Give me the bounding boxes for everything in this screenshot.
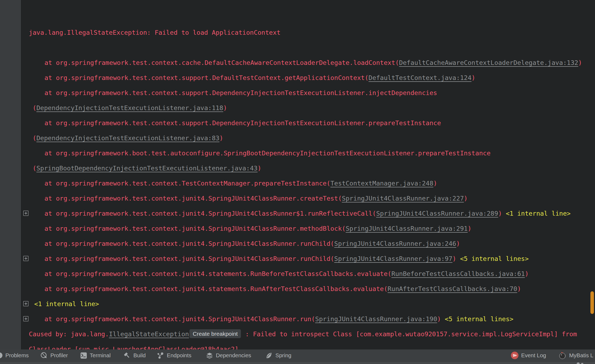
toolbar-tab-dependencies[interactable]: Dependencies — [206, 349, 251, 361]
toolbar-tab-label: Endpoints — [167, 352, 191, 359]
console-line: at org.springframework.test.context.juni… — [29, 251, 595, 266]
mybatis-icon — [558, 351, 566, 359]
stack-trace-text: ) — [219, 134, 223, 142]
toolbar-tab-label: Event Log — [521, 352, 546, 359]
stack-trace-text: at org.springframework.test.context.juni… — [44, 195, 342, 202]
stack-trace-link[interactable]: SpringJUnit4ClassRunner.java:190 — [315, 315, 437, 323]
build-icon — [123, 352, 131, 359]
console-line: at org.springframework.test.context.Test… — [29, 176, 595, 191]
stack-trace-text: ) — [578, 59, 582, 66]
stack-trace-text: at org.springframework.boot.test.autocon… — [44, 149, 490, 157]
stack-trace-text: at org.springframework.test.context.supp… — [44, 89, 437, 97]
stack-trace-link[interactable]: DefaultCacheAwareContextLoaderDelegate.j… — [399, 59, 578, 66]
console-line: at org.springframework.test.context.cach… — [29, 55, 595, 70]
fold-expand-icon[interactable] — [23, 316, 29, 321]
endpoints-icon — [157, 352, 164, 359]
console-line: at org.springframework.test.context.supp… — [29, 116, 595, 131]
stack-trace-text: at org.springframework.test.context.juni… — [44, 210, 376, 217]
run-console-output: java.lang.IllegalStateException: Failed … — [22, 0, 595, 349]
spring-icon — [265, 352, 273, 359]
console-line — [29, 40, 595, 55]
stack-trace-link[interactable]: RunBeforeTestClassCallbacks.java:61 — [392, 270, 525, 278]
event-log-count-badge: 9+ — [511, 352, 518, 359]
toolbar-tab-endpoints[interactable]: Endpoints — [157, 349, 191, 361]
stack-trace-text: ) — [452, 255, 456, 262]
stack-trace-text: at org.springframework.test.context.juni… — [44, 240, 334, 247]
toolbar-tab-label: Spring — [275, 352, 291, 359]
folded-lines-hint[interactable]: <1 internal line> — [34, 300, 99, 308]
problems-icon — [0, 352, 3, 359]
stack-trace-text: at org.springframework.test.context.juni… — [44, 315, 315, 323]
scrollbar-error-stripe-marker[interactable] — [590, 291, 594, 314]
stack-trace-text: at org.springframework.test.context.juni… — [44, 255, 334, 262]
stack-trace-link[interactable]: TestContextManager.java:248 — [330, 180, 433, 187]
console-line: (SpringBootDependencyInjectionTestExecut… — [29, 161, 595, 176]
stack-trace-text: ) — [468, 225, 471, 232]
stack-trace-link[interactable]: DependencyInjectionTestExecutionListener… — [36, 134, 219, 142]
tool-window-gutter — [0, 0, 22, 349]
stack-trace-text: ) — [258, 164, 261, 172]
stack-trace-text: at org.springframework.test.context.juni… — [44, 225, 346, 232]
stack-trace-text: ) — [498, 210, 502, 217]
folded-lines-hint[interactable]: <1 internal line> — [502, 210, 571, 217]
stack-trace-link[interactable]: SpringJUnit4ClassRunner.java:289 — [376, 210, 498, 217]
stack-trace-text: at org.springframework.test.context.juni… — [44, 285, 388, 293]
toolbar-tab-profiler[interactable]: Profiler — [40, 349, 68, 361]
toolbar-tab-label: Terminal — [90, 352, 110, 359]
toolbar-tab-problems[interactable]: Problems — [0, 349, 29, 361]
stack-trace-link[interactable]: SpringJUnit4ClassRunner.java:291 — [346, 225, 468, 232]
folded-lines-hint[interactable]: <5 internal lines> — [441, 315, 513, 323]
toolbar-tab-build[interactable]: Build — [123, 349, 146, 361]
stack-trace-link[interactable]: IllegalStateException — [109, 330, 189, 338]
console-line: at org.springframework.test.context.juni… — [29, 236, 595, 251]
fold-expand-icon[interactable] — [23, 301, 29, 306]
stack-trace-text: ( — [33, 104, 36, 112]
stack-trace-text: ) — [456, 240, 460, 247]
console-line: java.lang.IllegalStateException: Failed … — [29, 25, 595, 40]
stack-trace-text: Caused by: java.lang. — [29, 330, 109, 338]
status-bar-icon-dot — [577, 362, 580, 364]
create-breakpoint-hint[interactable]: Create breakpoint — [189, 329, 241, 338]
status-bar-icon-dot — [581, 363, 583, 364]
fold-expand-icon[interactable] — [23, 256, 29, 261]
stack-trace-text: ClassLoader [sun.misc.Launcher$AppClassL… — [29, 345, 238, 349]
stack-trace-text: at org.springframework.test.context.Test… — [44, 180, 330, 187]
stack-trace-text: ( — [33, 134, 36, 142]
tool-window-bar: ProblemsProfilerTerminalBuildEndpointsDe… — [0, 349, 595, 361]
fold-expand-icon[interactable] — [23, 211, 29, 216]
stack-trace-link[interactable]: SpringJUnit4ClassRunner.java:227 — [342, 195, 464, 202]
stack-trace-text: ) — [464, 195, 468, 202]
stack-trace-text: at org.springframework.test.context.supp… — [44, 119, 441, 127]
toolbar-tab-spring[interactable]: Spring — [265, 349, 291, 361]
console-line: at org.springframework.test.context.juni… — [29, 266, 595, 281]
terminal-icon — [80, 352, 87, 359]
stack-trace-text: ) — [517, 285, 521, 293]
stack-trace-text: at org.springframework.test.context.cach… — [44, 59, 399, 66]
console-line: <1 internal line> — [29, 296, 595, 312]
console-line: at org.springframework.test.context.juni… — [29, 221, 595, 236]
toolbar-tab-label: Build — [133, 352, 146, 359]
console-line: at org.springframework.test.context.juni… — [29, 312, 595, 327]
stack-trace-text: ) — [525, 270, 529, 278]
stack-trace-link[interactable]: RunAfterTestClassCallbacks.java:70 — [388, 285, 517, 293]
stack-trace-text: : Failed to introspect Class [com.exampl… — [241, 330, 577, 338]
stack-trace-text: ( — [33, 164, 36, 172]
stack-trace-link[interactable]: SpringBootDependencyInjectionTestExecuti… — [36, 164, 258, 172]
status-bar — [0, 361, 595, 364]
toolbar-tab-terminal[interactable]: Terminal — [80, 349, 110, 361]
console-line: (DependencyInjectionTestExecutionListene… — [29, 131, 595, 146]
console-line: at org.springframework.test.context.supp… — [29, 70, 595, 85]
console-line: (DependencyInjectionTestExecutionListene… — [29, 100, 595, 116]
toolbar-tab-label: Profiler — [50, 352, 68, 359]
console-line: at org.springframework.test.context.juni… — [29, 206, 595, 221]
toolbar-tab-event-log[interactable]: 9+Event Log — [511, 349, 546, 361]
stack-trace-link[interactable]: DefaultTestContext.java:124 — [369, 74, 472, 82]
toolbar-tab-mybatis-l[interactable]: MyBatis L — [558, 349, 593, 361]
folded-lines-hint[interactable]: <5 internal lines> — [456, 255, 529, 262]
stack-trace-link[interactable]: SpringJUnit4ClassRunner.java:97 — [334, 255, 452, 262]
stack-trace-link[interactable]: DependencyInjectionTestExecutionListener… — [36, 104, 223, 112]
stack-trace-text: at org.springframework.test.context.supp… — [44, 74, 369, 82]
stack-trace-link[interactable]: SpringJUnit4ClassRunner.java:246 — [334, 240, 456, 247]
toolbar-tab-label: MyBatis L — [569, 352, 593, 359]
stack-trace-text: java.lang.IllegalStateException: Failed … — [29, 29, 281, 36]
